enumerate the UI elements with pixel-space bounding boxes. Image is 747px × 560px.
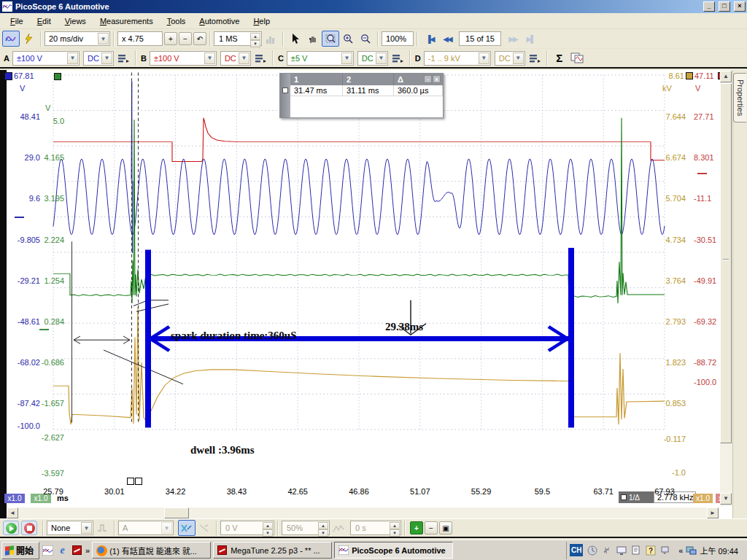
time-ruler-handle-1[interactable] [127, 478, 134, 485]
pan-tool-button[interactable] [304, 31, 322, 47]
channel-b-options-button[interactable] [253, 52, 269, 65]
scroll-up-button[interactable]: ▲ [720, 71, 732, 82]
quicklaunch-overflow-chevron[interactable]: » [85, 546, 90, 555]
channel-a-ground-marker[interactable] [15, 217, 24, 218]
axis-a-max-label: 67.81 [14, 71, 34, 80]
channel-a-options-button[interactable] [116, 52, 132, 65]
popup-minimize-button[interactable]: - [424, 75, 432, 83]
buffer-previous-button[interactable]: ◀◀ [438, 31, 456, 47]
tray-document-icon[interactable] [630, 545, 641, 556]
channel-d-scale-badge[interactable]: x1.0 [693, 494, 713, 503]
scope-view-button[interactable] [2, 31, 20, 47]
task-button-megatune[interactable]: MegaTune 2.25 p3 - ** ... [213, 542, 332, 559]
network-icon[interactable] [686, 545, 697, 555]
channel-d-coupling-select[interactable]: DC▼ [495, 51, 525, 66]
menu-item-help[interactable]: Help [247, 14, 277, 28]
channel-c-range-select[interactable]: ±5 V▼ [287, 51, 354, 66]
buffer-position-field[interactable]: 15 of 15 [459, 31, 501, 46]
tray-window-icon[interactable] [659, 545, 670, 556]
frequency-readout-chip[interactable]: 1/Δ [619, 491, 654, 503]
channel-c-ground-marker[interactable] [39, 329, 49, 330]
quicklaunch-megatune-icon[interactable] [71, 544, 83, 556]
popup-close-button[interactable]: x [433, 75, 441, 83]
channel-b-coupling-select[interactable]: DC▼ [220, 51, 251, 66]
language-indicator[interactable]: CH [570, 544, 583, 556]
channel-c-options-button[interactable] [390, 52, 406, 65]
timebase-select[interactable]: 20 ms/div▼ [44, 31, 110, 46]
zoom-select-tool-button[interactable] [322, 31, 339, 47]
measurement-row[interactable]: 31.47 ms 31.11 ms 360.0 µs [290, 85, 443, 96]
start-button[interactable]: 開始 [1, 542, 39, 559]
tray-display-icon[interactable] [616, 545, 627, 556]
maximize-button[interactable]: □ [719, 1, 730, 12]
task-button-firefox[interactable]: (1) 有話直說 能進來 就... [92, 542, 211, 559]
task-button-picoscope[interactable]: PicoScope 6 Automotive [334, 542, 453, 559]
start-capture-button[interactable] [3, 521, 19, 535]
quicklaunch-picoscope-icon[interactable] [42, 544, 54, 556]
channel-a-range-select[interactable]: ±100 V▼ [12, 51, 80, 66]
samples-field[interactable]: 1 MS▲▼ [214, 31, 262, 46]
tray-help-icon[interactable]: ? [645, 545, 656, 556]
spectrum-button[interactable] [20, 31, 37, 47]
menu-item-file[interactable]: File [4, 14, 31, 28]
tray-collapse-chevron[interactable]: « [678, 546, 683, 555]
menu-item-tools[interactable]: Tools [160, 14, 193, 28]
channel-d-options-button[interactable] [527, 52, 543, 65]
scroll-down-button[interactable]: ▼ [720, 493, 732, 505]
zoom-factor-decrease-button[interactable]: − [179, 32, 192, 45]
channel-b-ground-marker[interactable] [697, 173, 707, 174]
measurement-row-checkbox[interactable] [282, 88, 288, 93]
time-axis-label: 67.93 [654, 487, 675, 496]
axis-label-a: -100.0 [18, 421, 40, 430]
zoom-factor-field[interactable]: x 4.75 [117, 31, 163, 46]
menu-item-edit[interactable]: Edit [31, 14, 58, 28]
waveform-plot[interactable] [0, 70, 732, 518]
scroll-right-button[interactable]: ► [707, 508, 719, 518]
add-measurement-button[interactable]: + [410, 521, 423, 534]
annotation-spark-duration: spark duration time:360uS [171, 330, 297, 342]
pointer-tool-button[interactable] [287, 31, 304, 47]
menu-item-automotive[interactable]: Automotive [193, 14, 247, 28]
properties-tab[interactable]: Properties [733, 73, 746, 122]
separator [209, 31, 211, 47]
rising-edge-button[interactable] [178, 520, 196, 536]
quicklaunch-ie-icon[interactable]: e [56, 544, 69, 556]
spinner-arrows[interactable]: ▲▼ [250, 33, 260, 44]
channel-b-range-select[interactable]: ±100 V▼ [150, 51, 217, 66]
channel-d-range-select[interactable]: -1 .. 9 kV▼ [424, 51, 491, 66]
axis-label-a: -87.42 [18, 399, 40, 408]
separator [114, 521, 115, 536]
horizontal-scroll-thumb[interactable] [164, 508, 189, 518]
zoom-out-tool-button[interactable] [357, 31, 374, 47]
zoom-factor-increase-button[interactable]: + [164, 32, 177, 45]
minimize-button[interactable]: _ [703, 1, 715, 12]
trigger-mode-select[interactable]: None▼ [47, 521, 93, 535]
zoom-percent-field[interactable]: 100% [382, 31, 414, 46]
zoom-in-tool-button[interactable] [339, 31, 357, 47]
scroll-left-button[interactable]: ◄ [7, 508, 18, 518]
horizontal-scrollbar[interactable]: ◄ ► [7, 508, 719, 518]
math-channels-button[interactable] [568, 50, 586, 66]
vertical-scrollbar[interactable]: ▲ ▼ [720, 70, 732, 506]
tray-scheduler-icon[interactable] [587, 545, 597, 556]
axis-label-b: -69.32 [694, 317, 716, 326]
measurements-popup[interactable]: 1 2 Δ - x 31.47 ms 31.11 ms 360.0 µs [279, 73, 444, 118]
tray-plug-icon[interactable] [601, 545, 612, 556]
channel-c-coupling-select[interactable]: DC▼ [357, 51, 388, 66]
time-ruler-handle-2[interactable] [135, 478, 142, 485]
close-button[interactable]: × [734, 1, 746, 12]
buffer-last-button: ▶▌ [522, 31, 539, 47]
frequency-checkbox[interactable] [621, 494, 627, 500]
separator [417, 31, 418, 47]
popup-col-1: 1 [290, 74, 343, 85]
math-sigma-button[interactable]: Σ [551, 50, 568, 66]
menu-item-views[interactable]: Views [58, 14, 93, 28]
stop-capture-button[interactable] [21, 521, 37, 535]
zoom-factor-reset-button[interactable]: ↶ [193, 32, 206, 45]
channel-a-coupling-select[interactable]: DC▼ [83, 51, 114, 66]
megatune-icon [217, 545, 228, 556]
vertical-scroll-thumb[interactable] [720, 83, 732, 443]
channel-a-scale-badge[interactable]: x1.0 [4, 494, 25, 503]
menu-item-measurements[interactable]: Measurements [93, 14, 160, 28]
buffer-first-button[interactable]: ▐◀ [421, 31, 438, 47]
